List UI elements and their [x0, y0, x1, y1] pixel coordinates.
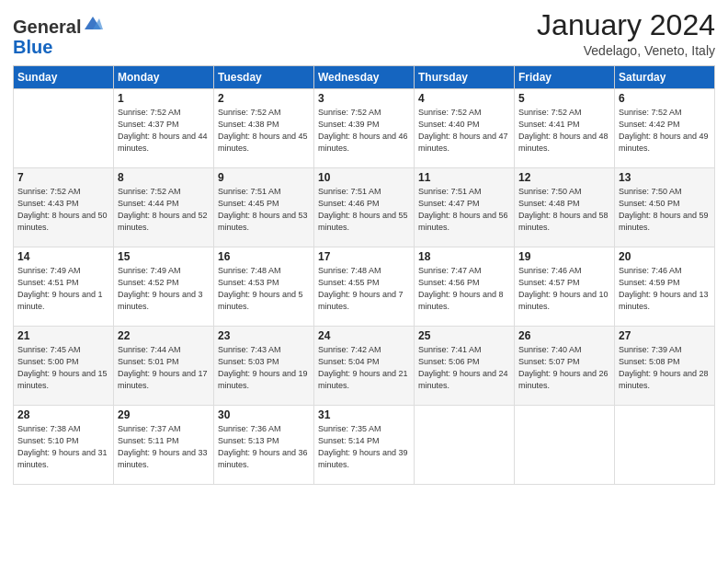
day-info: Sunrise: 7:49 AMSunset: 4:51 PMDaylight:… [17, 265, 109, 313]
day-info: Sunrise: 7:52 AMSunset: 4:44 PMDaylight:… [118, 186, 210, 234]
calendar-header-row: SundayMondayTuesdayWednesdayThursdayFrid… [14, 66, 715, 89]
day-info: Sunrise: 7:46 AMSunset: 4:57 PMDaylight:… [518, 265, 610, 313]
calendar-week-row: 14Sunrise: 7:49 AMSunset: 4:51 PMDayligh… [14, 247, 715, 327]
calendar-cell [515, 406, 615, 485]
day-number: 15 [118, 250, 210, 263]
col-header-monday: Monday [114, 66, 214, 89]
calendar-week-row: 28Sunrise: 7:38 AMSunset: 5:10 PMDayligh… [14, 406, 715, 485]
day-info: Sunrise: 7:52 AMSunset: 4:41 PMDaylight:… [518, 107, 610, 155]
calendar-cell: 9Sunrise: 7:51 AMSunset: 4:45 PMDaylight… [214, 168, 314, 247]
day-number: 31 [318, 408, 410, 421]
page: General Blue January 2024 Vedelago, Vene… [0, 0, 728, 563]
calendar-cell: 16Sunrise: 7:48 AMSunset: 4:53 PMDayligh… [214, 247, 314, 327]
header: General Blue January 2024 Vedelago, Vene… [13, 9, 715, 58]
calendar-cell: 10Sunrise: 7:51 AMSunset: 4:46 PMDayligh… [314, 168, 415, 247]
day-info: Sunrise: 7:41 AMSunset: 5:06 PMDaylight:… [418, 344, 510, 392]
calendar-cell [615, 406, 715, 485]
calendar-week-row: 7Sunrise: 7:52 AMSunset: 4:43 PMDaylight… [14, 168, 715, 247]
day-number: 30 [218, 408, 310, 421]
logo-blue-text: Blue [13, 37, 52, 57]
day-info: Sunrise: 7:52 AMSunset: 4:38 PMDaylight:… [218, 107, 310, 155]
day-info: Sunrise: 7:36 AMSunset: 5:13 PMDaylight:… [218, 423, 310, 471]
calendar-cell: 26Sunrise: 7:40 AMSunset: 5:07 PMDayligh… [515, 327, 615, 406]
col-header-tuesday: Tuesday [214, 66, 314, 89]
day-number: 13 [619, 171, 711, 184]
calendar-cell: 17Sunrise: 7:48 AMSunset: 4:55 PMDayligh… [314, 247, 415, 327]
day-number: 5 [518, 92, 610, 105]
calendar-cell: 19Sunrise: 7:46 AMSunset: 4:57 PMDayligh… [515, 247, 615, 327]
calendar-cell: 18Sunrise: 7:47 AMSunset: 4:56 PMDayligh… [415, 247, 515, 327]
calendar-cell: 4Sunrise: 7:52 AMSunset: 4:40 PMDaylight… [415, 89, 515, 168]
day-info: Sunrise: 7:35 AMSunset: 5:14 PMDaylight:… [318, 423, 410, 471]
logo-general-text: General [13, 17, 81, 37]
calendar-cell: 24Sunrise: 7:42 AMSunset: 5:04 PMDayligh… [314, 327, 415, 406]
day-info: Sunrise: 7:45 AMSunset: 5:00 PMDaylight:… [17, 344, 109, 392]
day-number: 18 [418, 250, 510, 263]
calendar-cell: 2Sunrise: 7:52 AMSunset: 4:38 PMDaylight… [214, 89, 314, 168]
calendar-cell: 7Sunrise: 7:52 AMSunset: 4:43 PMDaylight… [14, 168, 114, 247]
calendar-cell: 14Sunrise: 7:49 AMSunset: 4:51 PMDayligh… [14, 247, 114, 327]
day-info: Sunrise: 7:50 AMSunset: 4:50 PMDaylight:… [619, 186, 711, 234]
col-header-friday: Friday [515, 66, 615, 89]
calendar-cell: 21Sunrise: 7:45 AMSunset: 5:00 PMDayligh… [14, 327, 114, 406]
calendar-cell: 12Sunrise: 7:50 AMSunset: 4:48 PMDayligh… [515, 168, 615, 247]
day-info: Sunrise: 7:52 AMSunset: 4:40 PMDaylight:… [418, 107, 510, 155]
day-number: 22 [118, 329, 210, 342]
day-info: Sunrise: 7:38 AMSunset: 5:10 PMDaylight:… [17, 423, 109, 471]
day-number: 16 [218, 250, 310, 263]
day-info: Sunrise: 7:48 AMSunset: 4:55 PMDaylight:… [318, 265, 410, 313]
col-header-wednesday: Wednesday [314, 66, 415, 89]
calendar-cell: 13Sunrise: 7:50 AMSunset: 4:50 PMDayligh… [615, 168, 715, 247]
day-number: 28 [17, 408, 109, 421]
calendar-cell: 31Sunrise: 7:35 AMSunset: 5:14 PMDayligh… [314, 406, 415, 485]
calendar-cell: 11Sunrise: 7:51 AMSunset: 4:47 PMDayligh… [415, 168, 515, 247]
day-info: Sunrise: 7:51 AMSunset: 4:46 PMDaylight:… [318, 186, 410, 234]
day-number: 20 [619, 250, 711, 263]
calendar-cell: 22Sunrise: 7:44 AMSunset: 5:01 PMDayligh… [114, 327, 214, 406]
day-number: 17 [318, 250, 410, 263]
day-info: Sunrise: 7:37 AMSunset: 5:11 PMDaylight:… [118, 423, 210, 471]
col-header-thursday: Thursday [415, 66, 515, 89]
calendar-table: SundayMondayTuesdayWednesdayThursdayFrid… [13, 65, 715, 485]
day-number: 2 [218, 92, 310, 105]
calendar-cell: 1Sunrise: 7:52 AMSunset: 4:37 PMDaylight… [114, 89, 214, 168]
day-info: Sunrise: 7:48 AMSunset: 4:53 PMDaylight:… [218, 265, 310, 313]
day-number: 1 [118, 92, 210, 105]
day-info: Sunrise: 7:52 AMSunset: 4:42 PMDaylight:… [619, 107, 711, 155]
day-number: 14 [17, 250, 109, 263]
col-header-saturday: Saturday [615, 66, 715, 89]
calendar-cell: 29Sunrise: 7:37 AMSunset: 5:11 PMDayligh… [114, 406, 214, 485]
day-number: 3 [318, 92, 410, 105]
calendar-cell: 23Sunrise: 7:43 AMSunset: 5:03 PMDayligh… [214, 327, 314, 406]
calendar-week-row: 1Sunrise: 7:52 AMSunset: 4:37 PMDaylight… [14, 89, 715, 168]
calendar-cell: 15Sunrise: 7:49 AMSunset: 4:52 PMDayligh… [114, 247, 214, 327]
day-number: 9 [218, 171, 310, 184]
calendar-cell: 27Sunrise: 7:39 AMSunset: 5:08 PMDayligh… [615, 327, 715, 406]
calendar-cell: 30Sunrise: 7:36 AMSunset: 5:13 PMDayligh… [214, 406, 314, 485]
day-info: Sunrise: 7:51 AMSunset: 4:47 PMDaylight:… [418, 186, 510, 234]
logo-icon [83, 13, 103, 33]
day-number: 4 [418, 92, 510, 105]
day-info: Sunrise: 7:52 AMSunset: 4:37 PMDaylight:… [118, 107, 210, 155]
day-info: Sunrise: 7:47 AMSunset: 4:56 PMDaylight:… [418, 265, 510, 313]
title-block: January 2024 Vedelago, Veneto, Italy [537, 9, 715, 58]
day-info: Sunrise: 7:49 AMSunset: 4:52 PMDaylight:… [118, 265, 210, 313]
day-number: 23 [218, 329, 310, 342]
day-number: 21 [17, 329, 109, 342]
day-number: 8 [118, 171, 210, 184]
day-number: 6 [619, 92, 711, 105]
calendar-cell [415, 406, 515, 485]
calendar-cell: 5Sunrise: 7:52 AMSunset: 4:41 PMDaylight… [515, 89, 615, 168]
day-number: 26 [518, 329, 610, 342]
day-number: 11 [418, 171, 510, 184]
day-number: 19 [518, 250, 610, 263]
calendar-cell: 25Sunrise: 7:41 AMSunset: 5:06 PMDayligh… [415, 327, 515, 406]
day-info: Sunrise: 7:43 AMSunset: 5:03 PMDaylight:… [218, 344, 310, 392]
day-info: Sunrise: 7:39 AMSunset: 5:08 PMDaylight:… [619, 344, 711, 392]
day-number: 12 [518, 171, 610, 184]
calendar-cell: 20Sunrise: 7:46 AMSunset: 4:59 PMDayligh… [615, 247, 715, 327]
day-info: Sunrise: 7:52 AMSunset: 4:43 PMDaylight:… [17, 186, 109, 234]
day-info: Sunrise: 7:52 AMSunset: 4:39 PMDaylight:… [318, 107, 410, 155]
day-info: Sunrise: 7:51 AMSunset: 4:45 PMDaylight:… [218, 186, 310, 234]
day-number: 24 [318, 329, 410, 342]
